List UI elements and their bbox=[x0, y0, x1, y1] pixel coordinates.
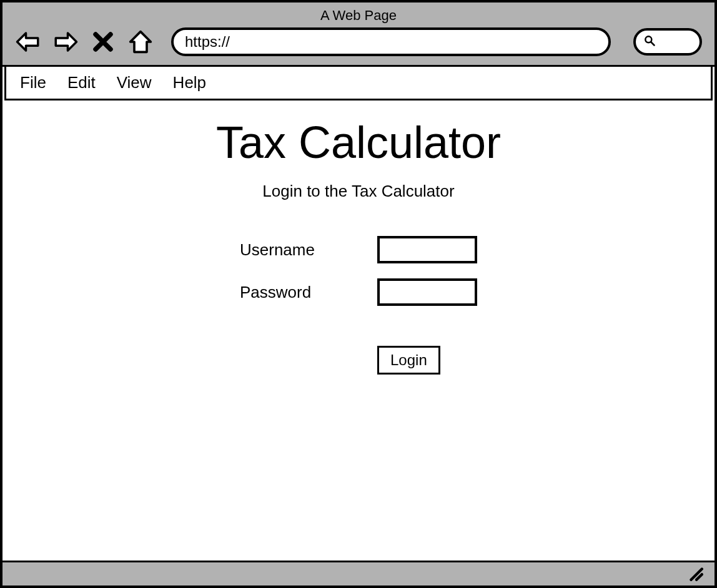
page-content: Tax Calculator Login to the Tax Calculat… bbox=[4, 100, 713, 561]
password-input[interactable] bbox=[377, 278, 477, 306]
login-button[interactable]: Login bbox=[377, 346, 440, 375]
menu-edit[interactable]: Edit bbox=[67, 73, 96, 92]
login-form: Username Password Login bbox=[240, 236, 477, 375]
search-icon bbox=[643, 34, 656, 49]
login-button-wrap: Login bbox=[377, 346, 440, 375]
menu-help[interactable]: Help bbox=[173, 73, 206, 92]
address-bar[interactable]: https:// bbox=[171, 27, 611, 56]
browser-window: A Web Page bbox=[0, 0, 717, 588]
menu-bar: File Edit View Help bbox=[4, 67, 713, 100]
home-icon[interactable] bbox=[127, 29, 154, 55]
menu-file[interactable]: File bbox=[20, 73, 46, 92]
page-title: Tax Calculator bbox=[4, 117, 713, 168]
password-label: Password bbox=[240, 283, 377, 302]
username-input[interactable] bbox=[377, 236, 477, 263]
address-bar-text: https:// bbox=[185, 33, 230, 51]
username-label: Username bbox=[240, 240, 377, 260]
status-bar bbox=[2, 561, 715, 586]
password-row: Password bbox=[240, 278, 477, 306]
svg-line-1 bbox=[651, 42, 655, 46]
page-subtitle: Login to the Tax Calculator bbox=[4, 182, 713, 201]
stop-x-icon[interactable] bbox=[90, 29, 116, 55]
browser-toolbar: https:// bbox=[15, 27, 702, 56]
browser-chrome: A Web Page bbox=[2, 2, 715, 67]
resize-grip-icon[interactable] bbox=[687, 565, 703, 584]
window-title: A Web Page bbox=[15, 7, 702, 24]
username-row: Username bbox=[240, 236, 477, 263]
search-button[interactable] bbox=[633, 28, 702, 56]
forward-arrow-icon[interactable] bbox=[52, 29, 79, 55]
menu-view[interactable]: View bbox=[117, 73, 152, 92]
back-arrow-icon[interactable] bbox=[15, 29, 41, 55]
